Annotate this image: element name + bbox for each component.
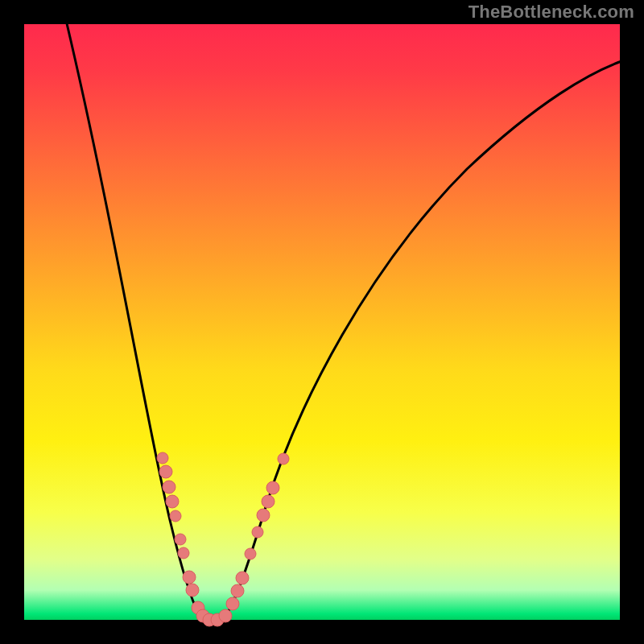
data-marker (175, 534, 186, 545)
data-marker (157, 452, 168, 464)
data-marker (236, 572, 249, 584)
data-marker (278, 453, 289, 464)
data-marker (231, 584, 244, 597)
data-marker (163, 481, 175, 493)
data-marker (252, 526, 263, 538)
data-marker (266, 481, 279, 494)
data-marker (257, 509, 270, 522)
data-marker (183, 571, 196, 584)
marker-group (157, 452, 289, 626)
watermark-text: TheBottleneck.com (469, 3, 634, 21)
data-marker (262, 495, 275, 508)
chart-svg (24, 24, 620, 620)
data-marker (226, 597, 239, 610)
curve-right (212, 61, 621, 620)
data-marker (178, 547, 189, 559)
data-marker (166, 495, 179, 508)
data-marker (159, 465, 172, 478)
data-marker (245, 548, 256, 559)
chart-frame: TheBottleneck.com (0, 0, 644, 644)
data-marker (186, 584, 199, 597)
curve-left (66, 20, 212, 620)
chart-plot-area (24, 24, 620, 620)
data-marker (219, 609, 232, 622)
data-marker (170, 510, 181, 522)
